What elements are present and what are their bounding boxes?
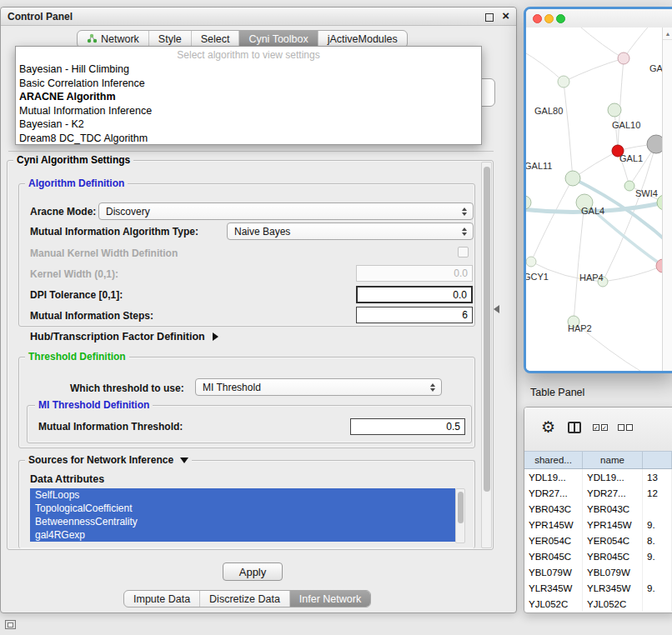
- network-canvas[interactable]: GALGAL80GAL10GAL11GAL1SWI4GAL4GCY1HAP4YH…: [526, 28, 672, 371]
- tab-cyni-toolbox[interactable]: Cyni Toolbox: [239, 31, 318, 48]
- columns-icon[interactable]: [568, 422, 581, 433]
- mi-type-value: Naive Bayes: [234, 226, 290, 238]
- network-node[interactable]: [526, 196, 531, 209]
- table-row[interactable]: YER054CYER054C8.: [524, 532, 672, 548]
- table-cell: YLR345W: [583, 580, 643, 596]
- table-cell: 9.: [643, 548, 672, 564]
- aracne-mode-select[interactable]: Discovery: [98, 202, 474, 220]
- zoom-traffic-light-icon[interactable]: [556, 14, 565, 23]
- column-header[interactable]: shared...: [524, 452, 583, 468]
- table-cell: 13: [643, 469, 672, 485]
- table-cell: YPR145W: [583, 517, 643, 532]
- mi-steps-input[interactable]: 6: [356, 307, 473, 323]
- select-all-icon[interactable]: ✓✓: [593, 424, 608, 431]
- expanded-arrow-icon: [180, 458, 188, 463]
- algorithm-option[interactable]: ARACNE Algorithm: [16, 90, 481, 104]
- network-edge: [603, 266, 663, 282]
- close-traffic-light-icon[interactable]: [533, 14, 542, 23]
- algorithm-definition-title: Algorithm Definition: [25, 178, 128, 189]
- mi-threshold-input[interactable]: 0.5: [350, 418, 465, 435]
- combo-arrows-icon: [462, 228, 467, 236]
- table-row[interactable]: YJL052CYJL052C: [524, 596, 672, 612]
- tab-label: Cyni Toolbox: [248, 33, 308, 45]
- table-cell: YDL19...: [524, 469, 583, 485]
- table-row[interactable]: YBR045CYBR045C9.: [524, 548, 672, 564]
- hub-section-toggle[interactable]: Hub/Transcription Factor Definition: [30, 331, 218, 342]
- network-node[interactable]: [526, 257, 536, 267]
- table-cell: YER054C: [583, 532, 643, 548]
- attribute-list-scrollbar[interactable]: [455, 488, 465, 543]
- gear-icon[interactable]: ⚙: [541, 418, 555, 437]
- network-node[interactable]: [558, 76, 569, 88]
- network-node[interactable]: [565, 171, 580, 186]
- network-node-label: SWI4: [635, 188, 658, 198]
- table-row[interactable]: YBL079WYBL079W: [524, 564, 672, 580]
- mi-threshold-definition-title: MI Threshold Definition: [35, 399, 153, 411]
- table-cell: YER054C: [524, 532, 583, 548]
- column-header[interactable]: [643, 452, 672, 468]
- table-cell: [643, 501, 672, 517]
- tab-network[interactable]: Network: [78, 31, 149, 48]
- table-cell: YLR345W: [524, 580, 583, 596]
- network-node-label: GAL1: [619, 153, 643, 163]
- bottom-tab-infer-network[interactable]: Infer Network: [290, 591, 370, 607]
- table-cell: YBR045C: [524, 548, 583, 564]
- network-node-label: GAL11: [526, 161, 552, 171]
- table-row[interactable]: YLR345WYLR345W9.: [524, 580, 672, 596]
- which-threshold-label: Which threshold to use:: [70, 382, 184, 394]
- network-window-titlebar[interactable]: [526, 9, 672, 28]
- manual-kernel-checkbox[interactable]: [458, 247, 469, 258]
- column-header[interactable]: name: [583, 452, 643, 468]
- network-node[interactable]: [608, 103, 621, 117]
- kernel-width-input: 0.0: [356, 265, 473, 282]
- table-row[interactable]: YDR27...YDR27...12: [524, 485, 672, 501]
- algorithm-option[interactable]: Mutual Information Inference: [16, 104, 481, 118]
- data-attributes-list[interactable]: SelfLoopsTopologicalCoefficientBetweenne…: [30, 488, 455, 542]
- attribute-item[interactable]: TopologicalCoefficient: [30, 502, 455, 515]
- mi-type-select[interactable]: Naive Bayes: [227, 222, 474, 240]
- table-body: YDL19...YDL19...13YDR27...YDR27...12YBR0…: [524, 469, 672, 612]
- table-cell: 8.: [643, 532, 672, 548]
- tab-style[interactable]: Style: [149, 31, 192, 48]
- aracne-mode-value: Discovery: [106, 206, 150, 218]
- minimize-traffic-light-icon[interactable]: [544, 14, 554, 23]
- table-cell: YJL052C: [583, 596, 643, 612]
- attribute-list-scrollbar-thumb[interactable]: [458, 492, 464, 523]
- settings-scrollbar[interactable]: [481, 162, 492, 548]
- algorithm-option[interactable]: Basic Correlation Inference: [16, 77, 481, 91]
- settings-scrollbar-thumb[interactable]: [484, 167, 490, 492]
- network-vertical-scrollbar[interactable]: ▲: [662, 28, 672, 371]
- splitter-collapse-arrow[interactable]: [494, 305, 499, 313]
- table-cell: 12: [643, 485, 672, 501]
- attribute-item[interactable]: gal4RGexp: [30, 528, 455, 542]
- network-node[interactable]: [624, 181, 634, 191]
- table-row[interactable]: YDL19...YDL19...13: [524, 469, 672, 485]
- bottom-tab-impute-data[interactable]: Impute Data: [124, 591, 200, 607]
- algorithm-option[interactable]: Bayesian - Hill Climbing: [16, 62, 481, 77]
- table-row[interactable]: YBR043CYBR043C: [524, 501, 672, 517]
- attribute-item[interactable]: SelfLoops: [30, 488, 455, 502]
- network-view-window[interactable]: GALGAL80GAL10GAL11GAL1SWI4GAL4GCY1HAP4YH…: [524, 7, 672, 373]
- network-icon: [87, 33, 97, 46]
- table-row[interactable]: YPR145WYPR145W9.: [524, 517, 672, 532]
- data-attributes-label: Data Attributes: [30, 473, 104, 485]
- algorithm-option[interactable]: Bayesian - K2: [16, 118, 481, 132]
- algorithm-option[interactable]: Dream8 DC_TDC Algorithm: [16, 132, 481, 146]
- which-threshold-select[interactable]: MI Threshold: [195, 378, 442, 396]
- apply-button[interactable]: Apply: [223, 562, 283, 581]
- dpi-tolerance-input[interactable]: 0.0: [356, 286, 473, 303]
- sources-section-toggle[interactable]: Sources for Network Inference: [25, 454, 192, 466]
- tab-jactivemodules[interactable]: jActiveModules: [318, 31, 407, 48]
- network-edge: [574, 202, 584, 322]
- minimized-panel-icon[interactable]: [5, 620, 16, 629]
- attribute-item[interactable]: BetweennessCentrality: [30, 515, 455, 528]
- bottom-tab-discretize-data[interactable]: Discretize Data: [200, 591, 290, 607]
- float-window-icon[interactable]: [485, 13, 494, 22]
- network-edge: [564, 58, 624, 82]
- control-panel-titlebar[interactable]: Control Panel ×: [1, 8, 516, 26]
- tab-select[interactable]: Select: [192, 31, 240, 48]
- deselect-all-icon[interactable]: [618, 424, 633, 431]
- scroll-up-arrow-icon[interactable]: ▲: [663, 28, 672, 40]
- network-node[interactable]: [618, 52, 629, 64]
- close-window-icon[interactable]: ×: [502, 8, 509, 22]
